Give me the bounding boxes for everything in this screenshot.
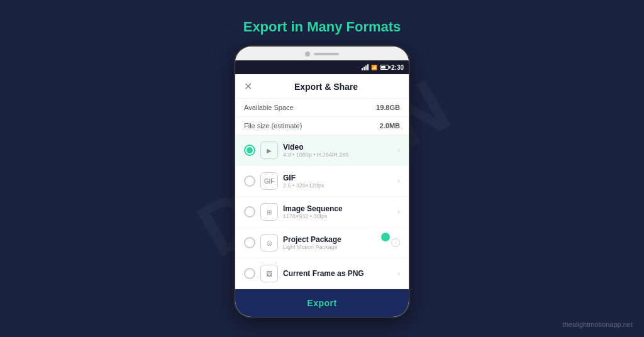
phone-top: [235, 47, 409, 60]
status-bar: 📶 2:30: [235, 60, 409, 74]
file-size-row: File size (estimate) 2.0MB: [235, 117, 409, 135]
icon-video: ▶: [260, 141, 278, 159]
option-item-image-sequence[interactable]: ⊞Image Sequence1176×932 • 30fps›: [235, 197, 409, 227]
radio-gif[interactable]: [244, 175, 255, 187]
available-space-row: Available Space 19.8GB: [235, 99, 409, 117]
icon-project-package: ◎: [260, 234, 278, 251]
radio-project-package[interactable]: [244, 237, 255, 248]
option-desc-gif: 2.5 • 320×120px: [283, 182, 397, 189]
chevron-video: ›: [397, 146, 400, 155]
clock: 2:30: [391, 64, 404, 71]
option-desc-video: 4:3 • 1080p • H.264/H.265: [283, 152, 397, 158]
icon-current-frame: 🖼: [260, 265, 278, 282]
phone-speaker: [314, 53, 339, 55]
page-title: Export in Many Formats: [243, 19, 401, 35]
available-space-label: Available Space: [244, 104, 294, 111]
modal-title: Export & Share: [252, 82, 400, 92]
file-size-value: 2.0MB: [380, 122, 400, 130]
modal-header: ✕ Export & Share: [235, 74, 409, 99]
battery-icon: [380, 65, 389, 70]
option-item-gif[interactable]: GIFGIF2.5 • 320×120px›: [235, 166, 409, 196]
chevron-image-sequence: ›: [397, 207, 400, 216]
option-item-current-frame[interactable]: 🖼Current Frame as PNG›: [235, 258, 409, 289]
signal-icon: [362, 64, 369, 70]
icon-gif: GIF: [260, 172, 278, 190]
radio-current-frame[interactable]: [244, 268, 255, 279]
phone-camera: [305, 52, 310, 57]
option-item-video[interactable]: ▶Video4:3 • 1080p • H.264/H.265›: [235, 135, 409, 165]
radio-image-sequence[interactable]: [244, 206, 255, 218]
available-space-value: 19.8GB: [376, 104, 400, 111]
modal: ✕ Export & Share Available Space 19.8GB …: [235, 74, 409, 317]
option-name-video: Video: [283, 143, 397, 152]
icon-image-sequence: ⊞: [260, 203, 278, 221]
export-button[interactable]: Export: [235, 289, 409, 317]
option-name-project-package: Project Package: [283, 235, 391, 244]
option-desc-image-sequence: 1176×932 • 30fps: [283, 213, 397, 219]
site-watermark: thealightmotionapp.net: [563, 321, 633, 328]
info-icon-project-package[interactable]: i: [391, 238, 400, 247]
file-size-label: File size (estimate): [244, 122, 302, 130]
option-name-current-frame: Current Frame as PNG: [283, 269, 397, 278]
option-desc-project-package: Light Motion Package: [283, 244, 391, 250]
chevron-current-frame: ›: [397, 269, 400, 278]
option-name-image-sequence: Image Sequence: [283, 204, 397, 213]
badge-project-package: [381, 233, 390, 241]
close-button[interactable]: ✕: [244, 82, 252, 92]
wifi-icon: 📶: [371, 65, 377, 70]
status-icons: 📶 2:30: [362, 64, 404, 71]
options-list: ▶Video4:3 • 1080p • H.264/H.265›GIFGIF2.…: [235, 135, 409, 289]
chevron-gif: ›: [397, 177, 400, 185]
radio-video[interactable]: [244, 145, 255, 156]
option-name-gif: GIF: [283, 174, 397, 182]
option-item-project-package[interactable]: ◎Project PackageLight Motion Packagei: [235, 228, 409, 258]
phone-frame: 📶 2:30 ✕ Export & Share Available Space …: [234, 45, 410, 318]
